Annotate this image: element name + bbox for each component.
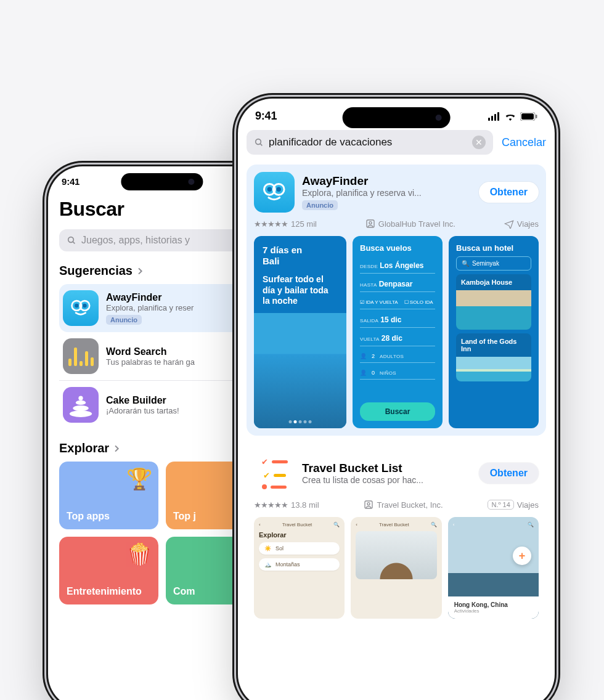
status-time: 9:41 bbox=[255, 110, 277, 123]
svg-point-5 bbox=[83, 304, 87, 308]
suggestions-header[interactable]: Sugerencias bbox=[59, 264, 265, 278]
result-subtitle: Explora, planifica y reserva vi... bbox=[302, 188, 471, 198]
get-button[interactable]: Obtener bbox=[479, 463, 539, 484]
wifi-icon bbox=[504, 112, 516, 121]
search-result-travelbucket[interactable]: ✔ ✔ Travel Bucket List Crea tu lista de … bbox=[247, 446, 546, 626]
airplane-icon bbox=[504, 219, 514, 229]
add-button: + bbox=[513, 547, 531, 565]
search-flights-button: Buscar bbox=[360, 402, 435, 421]
explore-header[interactable]: Explorar bbox=[59, 441, 265, 455]
svg-point-8 bbox=[76, 401, 86, 405]
svg-rect-10 bbox=[488, 118, 490, 121]
result-subtitle: Crea tu lista de cosas por hac... bbox=[302, 475, 471, 485]
stars-icon: ★★★★★ bbox=[254, 500, 288, 510]
suggestion-cakebuilder[interactable]: Cake Builder ¡Adorarán tus tartas! bbox=[59, 380, 265, 429]
svg-rect-13 bbox=[497, 112, 499, 121]
developer-name: Travel Bucket, Inc. bbox=[377, 500, 443, 510]
svg-rect-11 bbox=[491, 116, 493, 121]
svg-line-1 bbox=[73, 242, 75, 243]
svg-point-21 bbox=[267, 187, 272, 192]
category: Viajes bbox=[517, 219, 539, 229]
stars-icon: ★★★★★ bbox=[254, 219, 288, 229]
svg-line-18 bbox=[260, 144, 262, 145]
suggestion-awayfinder[interactable]: AwayFinder Explora, planifica y reser An… bbox=[59, 284, 265, 332]
result-title: Travel Bucket List bbox=[302, 462, 471, 475]
svg-point-17 bbox=[256, 139, 261, 145]
awayfinder-icon bbox=[254, 172, 295, 213]
search-placeholder: Juegos, apps, historias y bbox=[81, 235, 190, 246]
ratings-count: 125 mil bbox=[291, 219, 317, 229]
rank-badge: N.º 14 bbox=[488, 500, 513, 510]
developer-name: GlobalHub Travel Inc. bbox=[378, 219, 455, 229]
screenshot-3[interactable]: ‹🔍 + Hong Kong, China Actividades bbox=[448, 517, 539, 619]
explore-entertainment[interactable]: 🍿 Entretenimiento bbox=[59, 537, 158, 604]
cancel-button[interactable]: Cancelar bbox=[502, 136, 546, 149]
search-value: planificador de vacaciones bbox=[269, 136, 392, 149]
svg-point-9 bbox=[78, 396, 83, 401]
svg-point-0 bbox=[68, 237, 74, 243]
svg-rect-15 bbox=[521, 113, 534, 120]
developer-icon bbox=[365, 219, 375, 229]
screenshot-2[interactable]: ‹Travel Bucket🔍 bbox=[351, 517, 441, 619]
ad-badge: Anuncio bbox=[106, 315, 142, 325]
screenshot-2[interactable]: Busca vuelos DESDE Los Ángeles HASTA Den… bbox=[353, 236, 443, 428]
cakebuilder-icon bbox=[63, 387, 99, 423]
trophy-icon: 🏆 bbox=[126, 466, 152, 491]
cellular-icon bbox=[488, 112, 500, 121]
ad-badge: Anuncio bbox=[302, 200, 338, 210]
hotel-image bbox=[456, 357, 531, 381]
explore-top-apps[interactable]: 🏆 Top apps bbox=[59, 462, 158, 529]
svg-point-26 bbox=[367, 503, 370, 505]
get-button[interactable]: Obtener bbox=[479, 182, 539, 203]
search-result-awayfinder[interactable]: AwayFinder Explora, planifica y reserva … bbox=[247, 165, 546, 436]
page-dots bbox=[289, 420, 312, 423]
surf-image bbox=[254, 313, 346, 429]
suggestion-wordsearch[interactable]: Word Search Tus palabras te harán ga bbox=[59, 332, 265, 380]
svg-rect-12 bbox=[494, 114, 496, 121]
result-title: AwayFinder bbox=[302, 174, 471, 188]
screenshot-1[interactable]: ‹Travel Bucket🔍 Explorar ☀️ Sol 🏔️ Monta… bbox=[254, 517, 345, 619]
svg-point-6 bbox=[70, 410, 92, 417]
screenshot-3[interactable]: Busca un hotel 🔍 Seminyak Kamboja House … bbox=[449, 236, 539, 428]
popcorn-icon: 🍿 bbox=[126, 542, 152, 566]
svg-point-24 bbox=[369, 222, 372, 224]
svg-rect-16 bbox=[536, 115, 537, 118]
travelbucket-icon: ✔ ✔ bbox=[254, 453, 295, 494]
page-title: Buscar bbox=[59, 198, 265, 221]
notch bbox=[121, 173, 203, 190]
svg-point-4 bbox=[75, 304, 79, 308]
result-meta: ★★★★★ 13.8 mil Travel Bucket, Inc. N.º 1… bbox=[254, 500, 539, 510]
clear-search-button[interactable]: ✕ bbox=[472, 136, 486, 149]
category: Viajes bbox=[517, 500, 539, 510]
search-input[interactable]: planificador de vacaciones ✕ bbox=[247, 130, 493, 155]
search-input[interactable]: Juegos, apps, historias y bbox=[59, 229, 265, 251]
awayfinder-icon bbox=[63, 290, 99, 326]
search-icon bbox=[67, 235, 76, 245]
pagoda-image bbox=[356, 531, 436, 579]
hotel-image bbox=[456, 290, 531, 330]
ratings-count: 13.8 mil bbox=[291, 500, 319, 510]
svg-point-22 bbox=[277, 187, 281, 192]
status-icons bbox=[488, 112, 537, 121]
battery-icon bbox=[520, 112, 537, 121]
screenshot-1[interactable]: 7 días enBali Surfear todo el día y bail… bbox=[254, 236, 346, 428]
notch bbox=[343, 107, 451, 128]
wordsearch-icon bbox=[63, 338, 99, 374]
hotel-search-field: 🔍 Seminyak bbox=[456, 256, 531, 271]
chevron-right-icon bbox=[135, 266, 145, 276]
svg-point-7 bbox=[73, 405, 88, 411]
chevron-right-icon bbox=[112, 444, 121, 454]
search-icon bbox=[254, 137, 264, 147]
developer-icon bbox=[364, 500, 373, 510]
status-time: 9:41 bbox=[62, 176, 80, 187]
result-meta: ★★★★★ 125 mil GlobalHub Travel Inc. Viaj… bbox=[254, 219, 539, 229]
